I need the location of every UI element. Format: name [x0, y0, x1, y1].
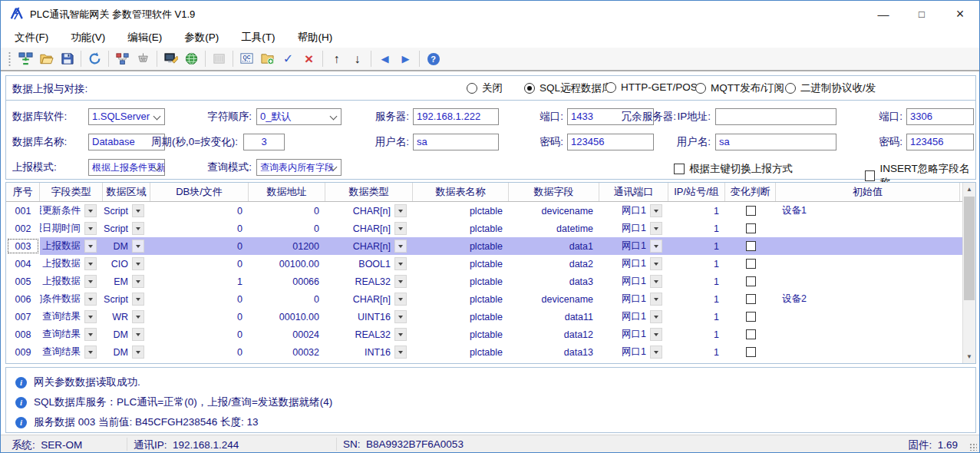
cell-table[interactable]: plctable: [413, 343, 509, 361]
dropdown-button[interactable]: [394, 275, 407, 288]
dropdown-button[interactable]: [650, 240, 662, 253]
cell-area[interactable]: DM: [103, 343, 150, 361]
dropdown-button[interactable]: [84, 240, 97, 253]
cell-field-type[interactable]: 上报数据: [40, 255, 103, 273]
column-header-changed[interactable]: 变化判断: [725, 183, 776, 201]
cell-dtype[interactable]: CHAR[n]: [325, 220, 413, 237]
cell-dtype[interactable]: CHAR[n]: [325, 202, 413, 220]
cell-port[interactable]: 网口1: [599, 273, 668, 290]
cell-table[interactable]: plctable: [413, 290, 509, 308]
dropdown-button[interactable]: [132, 328, 144, 341]
cell-area[interactable]: DM: [103, 326, 150, 343]
cell-addr[interactable]: 00066: [249, 273, 325, 290]
report-mode-select[interactable]: 根据上报条件更新: [88, 159, 165, 176]
qc-display-icon[interactable]: QC: [237, 49, 256, 68]
cell-addr[interactable]: 0: [249, 290, 325, 308]
table-row[interactable]: 004上报数据CIO000100.00BOOL1plctabledata2网口1…: [6, 255, 975, 273]
radio-mqtt-icon[interactable]: [695, 83, 706, 94]
radio-binary-icon[interactable]: [785, 83, 796, 94]
cell-table[interactable]: plctable: [413, 237, 509, 255]
column-header-table[interactable]: 数据表名称: [413, 183, 509, 201]
dropdown-button[interactable]: [84, 257, 97, 270]
dropdown-button[interactable]: [84, 293, 97, 306]
table-row[interactable]: 003上报数据DM001200CHAR[n]plctabledata1网口11: [6, 237, 975, 255]
cell-no[interactable]: 006: [6, 290, 40, 308]
cell-table[interactable]: plctable: [413, 202, 509, 220]
cell-init[interactable]: [776, 273, 960, 290]
query-mode-select[interactable]: 查询表内所有字段: [256, 159, 342, 176]
cell-init[interactable]: [776, 237, 960, 255]
cell-no[interactable]: 005: [6, 273, 40, 290]
column-header-init[interactable]: 初始值: [776, 183, 960, 201]
menu-function[interactable]: 功能(V): [63, 28, 113, 48]
cell-changed[interactable]: [725, 290, 776, 308]
dropdown-button[interactable]: [394, 222, 407, 235]
cell-no[interactable]: 002: [6, 220, 40, 237]
vertical-scrollbar[interactable]: ▲ ▼: [962, 183, 975, 363]
cell-addr[interactable]: 01200: [249, 237, 325, 255]
cell-field-type[interactable]: 查询结果: [40, 308, 103, 326]
cell-table[interactable]: plctable: [413, 273, 509, 290]
table-row[interactable]: 008查询结果DM000024REAL32plctabledata12网口11: [6, 326, 975, 343]
cell-field[interactable]: data2: [509, 255, 599, 273]
cell-station[interactable]: 1: [668, 326, 725, 343]
server-input[interactable]: 192.168.1.222: [413, 108, 499, 125]
dropdown-button[interactable]: [394, 257, 407, 270]
cell-field-type[interactable]: 上报数据: [40, 237, 103, 255]
dropdown-button[interactable]: [394, 328, 407, 341]
dropdown-button[interactable]: [132, 240, 144, 253]
column-header-addr[interactable]: 数据地址: [249, 183, 325, 201]
cell-area[interactable]: Script: [103, 202, 150, 220]
dropdown-button[interactable]: [394, 310, 407, 323]
column-header-no[interactable]: 序号: [6, 183, 40, 201]
dropdown-button[interactable]: [84, 204, 97, 217]
cell-db[interactable]: 0: [150, 308, 249, 326]
table-row[interactable]: 007查询结果WR000010.00UINT16plctabledata11网口…: [6, 308, 975, 326]
cell-area[interactable]: CIO: [103, 255, 150, 273]
db-software-select[interactable]: 1.SQLServer: [88, 108, 165, 125]
checkbox-icon[interactable]: [865, 170, 875, 181]
dropdown-button[interactable]: [650, 257, 662, 270]
save-icon[interactable]: [58, 49, 77, 68]
dropdown-button[interactable]: [650, 275, 662, 288]
cell-init[interactable]: [776, 308, 960, 326]
change-flag-checkbox[interactable]: [746, 206, 756, 216]
cell-changed[interactable]: [725, 255, 776, 273]
move-down-icon[interactable]: ↓: [348, 49, 367, 68]
cell-init[interactable]: [776, 255, 960, 273]
table-row[interactable]: 001上报更新条件Script00CHAR[n]plctabledevicena…: [6, 202, 975, 220]
cell-field[interactable]: devicename: [509, 290, 599, 308]
prev-icon[interactable]: ◀: [375, 49, 394, 68]
checkbox-icon[interactable]: [674, 164, 685, 174]
cell-area[interactable]: WR: [103, 308, 150, 326]
table-row[interactable]: 005上报数据EM100066REAL32plctabledata3网口11: [6, 273, 975, 290]
cell-station[interactable]: 1: [668, 237, 725, 255]
username-input[interactable]: sa: [413, 134, 499, 150]
cell-station[interactable]: 1: [668, 255, 725, 273]
open-file-icon[interactable]: [37, 49, 56, 68]
dropdown-button[interactable]: [132, 222, 144, 235]
cell-no[interactable]: 003: [6, 237, 40, 255]
cell-table[interactable]: plctable: [413, 308, 509, 326]
cell-station[interactable]: 1: [668, 343, 725, 361]
dropdown-button[interactable]: [132, 346, 144, 359]
network-nodes-icon[interactable]: [113, 49, 132, 68]
cell-changed[interactable]: [725, 220, 776, 237]
move-up-icon[interactable]: ↑: [327, 49, 346, 68]
cell-changed[interactable]: [725, 343, 776, 361]
apply-check-icon[interactable]: ✓: [279, 49, 298, 68]
cell-db[interactable]: 0: [150, 290, 249, 308]
column-header-field[interactable]: 数据字段: [509, 183, 599, 201]
change-flag-checkbox[interactable]: [746, 241, 756, 251]
redundant-ip-input[interactable]: [715, 108, 836, 125]
cell-area[interactable]: Script: [103, 220, 150, 237]
dropdown-button[interactable]: [84, 346, 97, 359]
cell-port[interactable]: 网口1: [599, 343, 668, 361]
cell-addr[interactable]: 00032: [249, 343, 325, 361]
cell-addr[interactable]: 00100.00: [249, 255, 325, 273]
cell-station[interactable]: 1: [668, 290, 725, 308]
cell-field-type[interactable]: 上报日期时间: [40, 220, 103, 237]
cell-field-type[interactable]: 查询结果: [40, 326, 103, 343]
cell-no[interactable]: 008: [6, 326, 40, 343]
radio-http[interactable]: HTTP-GET/POST: [605, 81, 704, 93]
